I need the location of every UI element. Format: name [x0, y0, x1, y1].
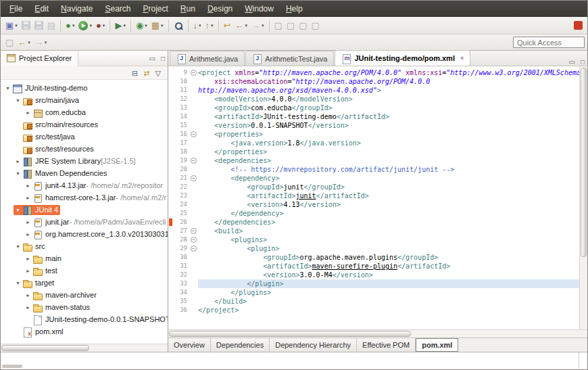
expander-icon[interactable]: ▾ — [14, 170, 22, 177]
collapse-all-icon[interactable]: ⊟ — [132, 69, 138, 77]
expander-icon[interactable]: ▸ — [14, 158, 22, 164]
save-all-icon[interactable] — [32, 20, 45, 31]
run-icon[interactable]: ▾ — [76, 20, 94, 32]
maximize-view-icon[interactable]: □ — [158, 55, 168, 62]
close-tab-icon[interactable]: × — [460, 55, 464, 62]
dropdown-arrow-icon[interactable]: ▾ — [161, 23, 164, 28]
search-icon[interactable] — [172, 20, 185, 32]
tree-item[interactable]: ▾src — [1, 240, 168, 252]
back-history-icon[interactable]: ←▾ — [16, 37, 32, 49]
tree-item[interactable]: ▾Maven Dependencies — [1, 167, 168, 179]
code-line[interactable]: 9−<project xmlns="http://maven.apache.or… — [168, 68, 579, 77]
code-line[interactable]: 30 <groupId>org.apache.maven.plugins</gr… — [168, 253, 579, 262]
fold-toggle-icon[interactable]: − — [189, 244, 198, 253]
code-line[interactable]: 16− <properties> — [168, 130, 579, 139]
project-explorer-tab[interactable]: Project Explorer — [1, 51, 78, 66]
code-line[interactable]: 28− <plugins> — [168, 235, 579, 244]
expander-icon[interactable]: ▾ — [14, 244, 22, 250]
expander-icon[interactable]: ▸ — [24, 304, 32, 310]
expander-icon[interactable]: ▸ — [24, 195, 32, 201]
tree-item[interactable]: ▸maven-status — [1, 301, 168, 313]
debug-icon[interactable]: ●▾ — [64, 20, 76, 32]
word-wrap-icon[interactable]: ▢ — [297, 20, 309, 32]
expander-icon[interactable]: ▾ — [3, 85, 12, 91]
tree-item[interactable]: ▸maven-archiver — [1, 289, 168, 301]
code-line[interactable]: 17 <java.version>1.8</java.version> — [168, 139, 579, 147]
dropdown-arrow-icon[interactable]: ▾ — [72, 23, 75, 28]
show-annotations-icon[interactable]: ▢ — [285, 20, 297, 32]
menu-item-search[interactable]: Search — [99, 2, 137, 16]
dropdown-arrow-icon[interactable]: ▾ — [28, 40, 30, 45]
expander-icon[interactable]: ▾ — [14, 207, 22, 213]
quick-access-input[interactable] — [513, 37, 585, 48]
expander-icon[interactable]: ▾ — [14, 280, 22, 286]
code-line[interactable]: 10 xsi:schemaLocation="http://maven.apac… — [168, 77, 579, 86]
minimize-view-icon[interactable]: ▭ — [147, 55, 158, 62]
tree-item[interactable]: ▾JUnit-testing-demo — [1, 82, 168, 94]
pom-page-tab-pom-xml[interactable]: pom.xml — [416, 338, 458, 352]
corner-scrollbar[interactable] — [2, 365, 22, 368]
dropdown-arrow-icon[interactable]: ▾ — [145, 23, 147, 28]
tree-item[interactable]: ▸org.hamcrest.core_1.3.0.v2013030317 — [1, 228, 168, 240]
menu-item-help[interactable]: Help — [280, 2, 309, 16]
menu-item-file[interactable]: File — [3, 2, 28, 16]
code-line[interactable]: 11http://maven.apache.org/xsd/maven-4.0.… — [168, 86, 579, 95]
fold-toggle-icon[interactable]: − — [189, 156, 198, 165]
expander-icon[interactable]: ▸ — [24, 231, 32, 237]
dropdown-arrow-icon[interactable]: ▾ — [89, 23, 92, 28]
code-line[interactable]: 18 </properties> — [168, 147, 579, 156]
view-menu-icon[interactable]: ▽ — [155, 69, 161, 77]
expander-icon[interactable]: ▸ — [24, 268, 32, 274]
code-line[interactable]: 31 <artifactId>maven-surefire-plugin</ar… — [168, 262, 579, 271]
toolbox-icon[interactable] — [572, 20, 585, 31]
new-java-package-icon[interactable]: ▦▾ — [149, 20, 166, 32]
code-line[interactable]: 21− <dependency> — [168, 174, 579, 183]
previous-annotation-icon[interactable]: ↑▾ — [203, 20, 216, 32]
tree-item[interactable]: ▾src/main/java — [1, 94, 168, 106]
pom-page-tab-dependency-hierarchy[interactable]: Dependency Hierarchy — [270, 338, 357, 352]
code-line[interactable]: 20 <!-- https://mvnrepository.com/artifa… — [168, 165, 579, 174]
code-lines[interactable]: 9−<project xmlns="http://maven.apache.or… — [168, 66, 579, 329]
fold-toggle-icon[interactable]: − — [189, 235, 198, 244]
back-icon[interactable]: ←▾ — [233, 20, 250, 32]
expander-icon[interactable]: ▾ — [14, 97, 22, 103]
fold-toggle-icon[interactable]: − — [189, 130, 198, 139]
code-line[interactable]: 26 </dependencies> — [168, 218, 579, 227]
dropdown-arrow-icon[interactable]: ▾ — [123, 23, 126, 28]
fold-toggle-icon[interactable]: − — [189, 68, 198, 77]
tree-item[interactable]: ▸JRE System Library [J2SE-1.5] — [1, 155, 168, 167]
code-line[interactable]: 33 </plugin> — [168, 279, 579, 288]
pom-page-tab-overview[interactable]: Overview — [168, 338, 211, 352]
menu-item-edit[interactable]: Edit — [28, 2, 55, 16]
last-edit-location-icon[interactable]: ↩ — [222, 20, 233, 32]
menu-item-window[interactable]: Window — [239, 2, 280, 16]
code-line[interactable]: 19− <dependencies> — [168, 156, 579, 165]
menu-item-design[interactable]: Design — [201, 2, 239, 16]
dropdown-arrow-icon[interactable]: ▾ — [15, 23, 18, 28]
menu-item-project[interactable]: Project — [137, 2, 174, 16]
tree-item[interactable]: src/main/resources — [1, 118, 168, 131]
editor-tab[interactable]: ArithmeticTest.java — [245, 51, 334, 66]
expander-icon[interactable]: ▸ — [24, 110, 32, 116]
tree-item[interactable]: ▾JUnit 4 — [1, 204, 168, 216]
code-line[interactable]: 32 <version>3.0.0-M4</version> — [168, 271, 579, 279]
editor-tab[interactable]: Arithmetic.java — [170, 51, 245, 66]
pom-page-tab-dependencies[interactable]: Dependencies — [211, 338, 270, 352]
pin-editor-icon[interactable]: ▢ — [272, 20, 285, 32]
tree-item[interactable]: ▸hamcrest-core-1.3.jar - /home/a/.m2/r — [1, 191, 168, 204]
code-line[interactable]: 24 <version>4.13</version> — [168, 200, 579, 209]
block-selection-icon[interactable]: ▢ — [309, 20, 321, 32]
tree-item[interactable]: JUnit-testing-demo-0.0.1-SNAPSHOT.j — [1, 313, 168, 325]
coverage-icon[interactable]: ●▾ — [94, 20, 107, 32]
dropdown-arrow-icon[interactable]: ▾ — [103, 23, 105, 28]
menu-item-navigate[interactable]: Navigate — [55, 2, 99, 16]
code-line[interactable]: 22 <groupId>junit</groupId> — [168, 183, 579, 191]
code-line[interactable]: 13 <groupId>com.educba</groupId> — [168, 103, 579, 112]
forward-icon[interactable]: →▾ — [249, 20, 266, 32]
new-wizard-icon[interactable]: ▣▾ — [3, 20, 20, 32]
minimize-editor-icon[interactable]: ▭ — [566, 58, 578, 66]
external-tools-icon[interactable]: ▶▾ — [113, 20, 128, 32]
code-line[interactable]: 36</project> — [168, 306, 579, 315]
menu-item-run[interactable]: Run — [174, 2, 201, 16]
tree-item[interactable]: ▸main — [1, 252, 168, 264]
